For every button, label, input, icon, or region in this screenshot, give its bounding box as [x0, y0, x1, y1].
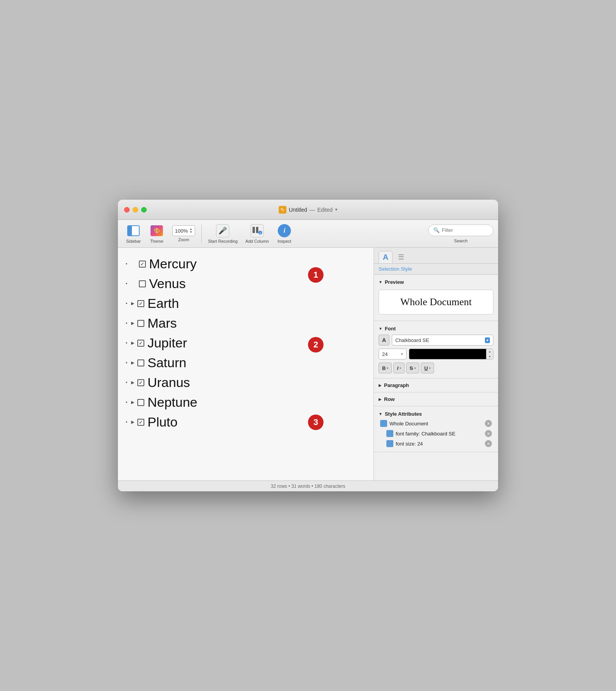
style-attr-remove-button[interactable]: ✕ [485, 440, 492, 447]
bullet-icon: • [126, 380, 127, 385]
list-item[interactable]: • ▶ ✓ Uranus [126, 373, 366, 392]
checkbox[interactable] [139, 280, 146, 287]
bullet-icon: • [126, 281, 127, 287]
style-attr-remove-button[interactable]: ✕ [485, 420, 492, 427]
bold-chevron-icon: ▾ [387, 366, 388, 370]
item-label: Earth [147, 296, 179, 311]
zoom-control[interactable]: 100% ▲ ▼ Zoom [169, 224, 198, 244]
font-size-select[interactable]: 24 ▾ [379, 349, 407, 359]
font-size-chevron-icon: ▾ [401, 352, 403, 356]
strikethrough-button[interactable]: S ▾ [406, 363, 419, 373]
preview-section-header[interactable]: ▼ Preview [374, 278, 498, 287]
start-recording-button[interactable]: 🎤 Start Recording [205, 222, 241, 245]
bullet-icon: • [126, 400, 127, 405]
sidebar-icon-left [128, 226, 132, 235]
checkbox[interactable]: ✓ [139, 261, 146, 268]
font-family-select[interactable]: Chalkboard SE ▾ [392, 335, 493, 346]
maximize-button[interactable] [141, 207, 147, 212]
titlebar-center: ✎ Untitled — Edited ▾ [279, 206, 337, 214]
checkbox[interactable] [137, 399, 144, 406]
doc-pane: • ✓ Mercury • Venus • ▶ ✓ Earth • ▶ Mars… [118, 248, 374, 480]
list-item[interactable]: • ▶ ✓ Earth [126, 294, 366, 313]
expand-icon[interactable]: ▶ [131, 400, 134, 405]
inspector-tabs: A ☰ [374, 248, 498, 264]
expand-icon[interactable]: ▶ [131, 321, 134, 326]
color-picker[interactable]: ▲ ▼ [409, 349, 493, 359]
list-item[interactable]: • ▶ ✓ Jupiter [126, 333, 366, 353]
microphone-icon: 🎤 [216, 224, 230, 238]
style-attr-icon [386, 440, 393, 447]
sidebar-button[interactable]: Sidebar [123, 222, 144, 245]
font-a-button[interactable]: A [379, 335, 389, 346]
title-chevron-icon[interactable]: ▾ [335, 207, 337, 212]
style-attr-label: font family: Chalkboard SE [396, 431, 483, 437]
italic-button[interactable]: I ▾ [393, 363, 405, 373]
item-label: Venus [149, 276, 186, 291]
color-down-icon[interactable]: ▼ [486, 354, 493, 359]
checkbox[interactable]: ✓ [137, 300, 144, 307]
font-a-label: A [382, 337, 386, 343]
checkbox[interactable] [137, 359, 144, 366]
list-item[interactable]: • ▶ Mars [126, 313, 366, 333]
style-attr-label: Whole Document [389, 421, 483, 427]
style-attr-label: font size: 24 [396, 441, 483, 447]
inspect-button[interactable]: i Inspect [273, 222, 295, 245]
zoom-input-wrap[interactable]: 100% ▲ ▼ [172, 225, 195, 236]
row-section: ▶ Row [374, 392, 498, 406]
underline-button[interactable]: U ▾ [421, 363, 434, 373]
paragraph-section-header[interactable]: ▶ Paragraph [374, 378, 498, 392]
add-column-label: Add Column [246, 239, 269, 244]
bold-button[interactable]: B ▾ [379, 363, 392, 373]
item-label: Neptune [147, 395, 197, 410]
list-item[interactable]: • ▶ Neptune [126, 392, 366, 412]
strikethrough-label: S [410, 365, 413, 371]
style-attributes-section-header[interactable]: ▼ Style Attributes [374, 409, 498, 418]
checkbox[interactable]: ✓ [137, 419, 144, 426]
color-up-icon[interactable]: ▲ [486, 349, 493, 354]
italic-label: I [397, 365, 398, 371]
checkbox[interactable]: ✓ [137, 340, 144, 347]
doc-pane-wrapper: • ✓ Mercury • Venus • ▶ ✓ Earth • ▶ Mars… [118, 248, 374, 480]
zoom-down-icon[interactable]: ▼ [189, 231, 192, 234]
zoom-value: 100% [175, 228, 188, 234]
main-content: • ✓ Mercury • Venus • ▶ ✓ Earth • ▶ Mars… [118, 248, 498, 480]
expand-icon[interactable]: ▶ [131, 420, 134, 425]
checkbox[interactable]: ✓ [137, 379, 144, 386]
tab-text-style[interactable]: A [379, 251, 393, 263]
list-item[interactable]: • ▶ ✓ Pluto [126, 412, 366, 432]
style-attribute-item: font family: Chalkboard SE ✕ [374, 428, 498, 439]
list-item[interactable]: • Venus [126, 274, 366, 294]
sidebar-icon [126, 224, 140, 238]
row-section-header[interactable]: ▶ Row [374, 392, 498, 406]
theme-button[interactable]: 🎨 Theme [146, 222, 168, 245]
close-button[interactable] [124, 207, 130, 212]
preview-arrow-icon: ▼ [379, 280, 382, 284]
font-section-header[interactable]: ▼ Font [374, 324, 498, 333]
style-attr-remove-button[interactable]: ✕ [485, 430, 492, 437]
search-wrap[interactable]: 🔍 [428, 225, 493, 236]
minimize-button[interactable] [133, 207, 138, 212]
toolbar: Sidebar 🎨 Theme 100% ▲ ▼ Zoom 🎤 [118, 220, 498, 248]
bullet-icon: • [126, 340, 127, 346]
strikethrough-chevron-icon: ▾ [414, 366, 416, 370]
zoom-stepper[interactable]: ▲ ▼ [189, 228, 192, 234]
item-label: Pluto [147, 415, 178, 430]
italic-chevron-icon: ▾ [400, 366, 401, 370]
svg-rect-1 [256, 227, 258, 233]
app-icon: ✎ [279, 206, 286, 214]
paragraph-section: ▶ Paragraph [374, 378, 498, 392]
search-icon: 🔍 [433, 227, 440, 233]
tab-document-style[interactable]: ☰ [394, 251, 408, 263]
checkbox[interactable] [137, 320, 144, 327]
list-item[interactable]: • ✓ Mercury [126, 254, 366, 274]
search-input[interactable] [442, 227, 488, 233]
bold-label: B [382, 365, 386, 371]
theme-label: Theme [150, 239, 163, 244]
list-item[interactable]: • ▶ Saturn [126, 353, 366, 373]
expand-icon[interactable]: ▶ [131, 301, 134, 306]
add-column-button[interactable]: + Add Column [242, 222, 272, 245]
expand-icon[interactable]: ▶ [131, 340, 134, 346]
expand-icon[interactable]: ▶ [131, 360, 134, 365]
color-chevrons[interactable]: ▲ ▼ [486, 349, 493, 359]
expand-icon[interactable]: ▶ [131, 380, 134, 385]
